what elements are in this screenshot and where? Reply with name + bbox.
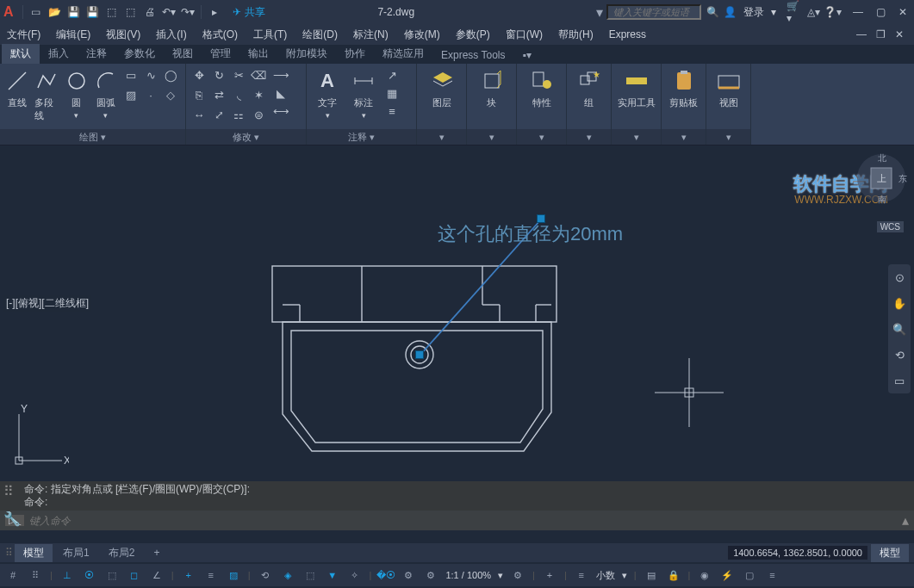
hatch-icon[interactable]: ▨ [123, 87, 139, 102]
tab-insert[interactable]: 插入 [40, 44, 78, 64]
quickprops-icon[interactable]: ▤ [644, 567, 659, 583]
ws-switch-icon[interactable]: ⚙ [510, 567, 525, 583]
transparency-icon[interactable]: ▨ [226, 567, 241, 583]
rectangle-icon[interactable]: ▭ [123, 67, 139, 83]
panel-annotation-label[interactable]: 注释 ▾ [307, 129, 416, 145]
cycling-icon[interactable]: ⟲ [258, 567, 273, 583]
annovisibility-icon[interactable]: ⚙ [401, 567, 416, 583]
redo-icon[interactable]: ↷▾ [180, 4, 196, 20]
ucs-icon[interactable]: X Y [9, 402, 69, 471]
web-save-icon[interactable]: ⬚ [123, 4, 139, 20]
tab-manage[interactable]: 管理 [202, 44, 239, 64]
monitor-icon[interactable]: + [542, 567, 557, 583]
menu-help[interactable]: 帮助(H) [558, 28, 594, 42]
tab-view[interactable]: 视图 [164, 44, 202, 64]
space-toggle[interactable]: 模型 [871, 544, 909, 562]
offset-icon[interactable]: ⊜ [251, 107, 266, 122]
nav-pan-icon[interactable]: ✋ [892, 295, 907, 311]
layer-button[interactable]: 图层 [426, 67, 457, 109]
spline-icon[interactable]: ∿ [143, 67, 159, 83]
search-input[interactable] [606, 4, 701, 20]
autodesk-icon[interactable]: ◬▾ [805, 4, 821, 20]
coordinates-display[interactable]: 1400.6654, 1362.8501, 0.0000 [728, 546, 867, 560]
erase-icon[interactable]: ⌫ [251, 67, 266, 83]
move-icon[interactable]: ✥ [191, 67, 207, 83]
cmd-handle-icon[interactable]: ⠿ [3, 483, 14, 499]
panel-modify-label[interactable]: 修改 ▾ [186, 129, 306, 145]
wcs-label[interactable]: WCS [877, 221, 904, 232]
menu-tools[interactable]: 工具(T) [253, 28, 287, 42]
snap-icon[interactable]: ⠿ [28, 567, 43, 583]
cart-icon[interactable]: 🛒▾ [787, 4, 802, 20]
doc-close-icon[interactable]: ✕ [892, 27, 907, 42]
trim-icon[interactable]: ✂ [231, 67, 246, 83]
nav-showmotion-icon[interactable]: ▭ [892, 373, 907, 388]
cmd-expand-icon[interactable]: ▴ [902, 512, 909, 529]
panel-clipboard-label[interactable]: ▾ [662, 129, 706, 145]
menu-insert[interactable]: 插入(I) [156, 28, 186, 42]
annoauto-icon[interactable]: ⚙ [423, 567, 438, 583]
ortho-icon[interactable]: ⊥ [59, 567, 75, 583]
menu-view[interactable]: 视图(V) [106, 28, 140, 42]
search-icon[interactable]: 🔍 [705, 4, 720, 20]
panel-properties-label[interactable]: ▾ [517, 129, 566, 145]
help-icon[interactable]: ❔▾ [824, 4, 840, 20]
web-open-icon[interactable]: ⬚ [104, 4, 120, 20]
panel-block-label[interactable]: ▾ [467, 129, 516, 145]
gizmo-icon[interactable]: ✧ [347, 567, 363, 583]
utilities-button[interactable]: 实用工具 [617, 67, 656, 109]
scale-icon[interactable]: ⤢ [211, 107, 227, 122]
clipboard-button[interactable]: 剪贴板 [667, 67, 700, 109]
new-icon[interactable]: ▭ [28, 4, 44, 20]
layout-tab-model[interactable]: 模型 [15, 544, 53, 562]
menu-draw[interactable]: 绘图(D) [302, 28, 338, 42]
zoom-display[interactable]: 1:1 / 100% [445, 570, 491, 580]
save-icon[interactable]: 💾 [66, 4, 82, 20]
menu-parametric[interactable]: 参数(P) [456, 28, 490, 42]
block-button[interactable]: 块 [476, 67, 507, 109]
layout-tab-2[interactable]: 布局2 [100, 544, 144, 562]
print-icon[interactable]: 🖨 [142, 4, 158, 20]
leader-icon[interactable]: ↗ [384, 67, 400, 83]
minimize-icon[interactable]: — [850, 4, 866, 20]
properties-button[interactable]: 特性 [526, 67, 557, 109]
extend-icon[interactable]: ⟶ [273, 67, 289, 83]
array-icon[interactable]: ⚏ [231, 107, 246, 122]
tab-overflow-icon[interactable]: ▪▾ [513, 46, 539, 64]
doc-restore-icon[interactable]: ❐ [873, 27, 888, 42]
point-icon[interactable]: · [143, 87, 159, 102]
annoscale-icon[interactable]: �⦿ [378, 567, 394, 583]
units-label[interactable]: 小数 [596, 569, 615, 582]
rotate-icon[interactable]: ↻ [211, 67, 227, 83]
tab-default[interactable]: 默认 [2, 44, 40, 64]
tab-featured[interactable]: 精选应用 [374, 44, 432, 64]
undo-icon[interactable]: ↶▾ [161, 4, 177, 20]
menu-edit[interactable]: 编辑(E) [56, 28, 90, 42]
grid-icon[interactable]: # [5, 567, 21, 583]
explode-icon[interactable]: ✶ [251, 87, 266, 102]
line-button[interactable]: 直线 [5, 67, 29, 109]
panel-group-label[interactable]: ▾ [567, 129, 611, 145]
mtext-icon[interactable]: ≡ [384, 103, 400, 119]
layout-tab-1[interactable]: 布局1 [54, 544, 98, 562]
drawing-canvas[interactable]: [-][俯视][二维线框] 这个孔的直径为20mm 软件自学网 WWW.RJZX… [0, 145, 914, 481]
nav-orbit-icon[interactable]: ⟲ [892, 347, 907, 362]
maximize-icon[interactable]: ▢ [873, 4, 888, 20]
tabs-handle-icon[interactable]: ⠿ [5, 547, 13, 559]
annotation-text[interactable]: 这个孔的直径为20mm [438, 221, 623, 247]
copy-icon[interactable]: ⎘ [191, 87, 207, 102]
cmd-customize-icon[interactable]: 🔧 [3, 511, 21, 527]
title-dropdown-icon[interactable]: ▾ [596, 4, 603, 21]
login-button[interactable]: 👤 登录 ▾ [724, 5, 776, 20]
tab-addins[interactable]: 附加模块 [277, 44, 336, 64]
cleanscreen-icon[interactable]: ▢ [742, 567, 757, 583]
lockui-icon[interactable]: 🔒 [666, 567, 681, 583]
nav-wheel-icon[interactable]: ⊙ [892, 269, 907, 285]
saveas-icon[interactable]: 💾 [85, 4, 101, 20]
stretch-icon[interactable]: ↔ [191, 107, 207, 122]
view-button[interactable]: 视图 [713, 67, 744, 109]
nav-zoom-icon[interactable]: 🔍 [892, 321, 907, 337]
menu-window[interactable]: 窗口(W) [506, 28, 543, 42]
table-icon[interactable]: ▦ [384, 85, 400, 101]
doc-minimize-icon[interactable]: — [854, 27, 869, 42]
